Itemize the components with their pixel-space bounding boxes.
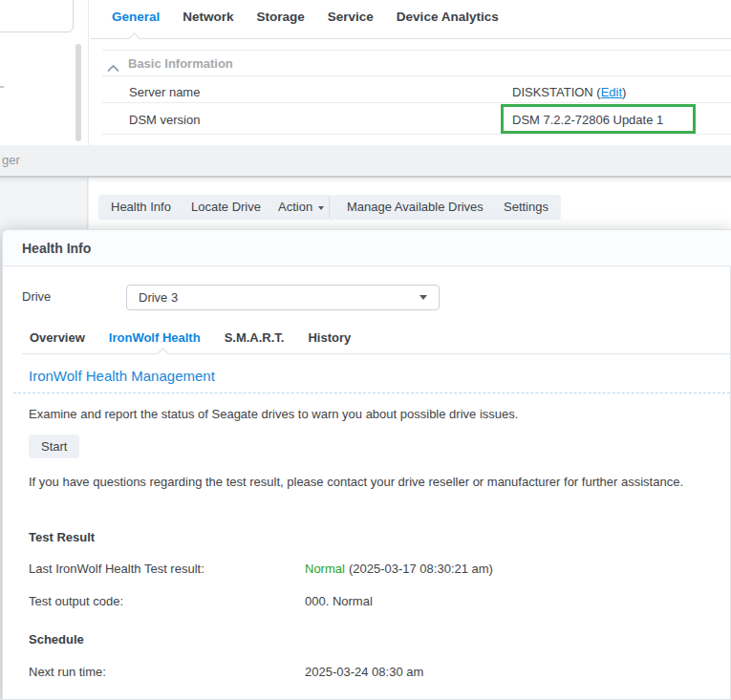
tab-storage[interactable]: Storage <box>257 10 305 24</box>
drive-label: Drive <box>22 289 51 304</box>
action-dropdown-button[interactable]: Action <box>266 195 336 220</box>
dialog-header: Health Info <box>3 230 731 266</box>
server-name-label: Server name <box>129 85 200 99</box>
note-text: If you have questions regarding the test… <box>29 472 699 494</box>
health-info-button[interactable]: Health Info <box>98 195 183 220</box>
health-info-dialog: Health Info Drive Drive 3 Overview IronW… <box>2 229 731 700</box>
dashed-divider <box>13 392 730 393</box>
next-run-value: 2025-03-24 08:30 am <box>305 665 423 679</box>
start-button[interactable]: Start <box>29 435 79 458</box>
tab-overview[interactable]: Overview <box>30 330 85 345</box>
test-result-heading: Test Result <box>29 530 95 544</box>
control-panel-fragment: General Network Storage Service Device A… <box>0 0 731 145</box>
desktop-strip: ger <box>0 145 731 176</box>
settings-button[interactable]: Settings <box>491 195 561 220</box>
last-test-label: Last IronWolf Health Test result: <box>29 562 204 576</box>
tab-device-analytics[interactable]: Device Analytics <box>397 10 499 24</box>
tab-service[interactable]: Service <box>328 10 374 24</box>
sidebar-tick <box>0 86 4 88</box>
status-normal: Normal <box>305 562 345 576</box>
tab-underline <box>91 38 731 39</box>
tab-general[interactable]: General <box>112 10 160 24</box>
server-name-text: DISKSTATION ( <box>512 85 601 99</box>
drive-select-value: Drive 3 <box>139 286 178 309</box>
drive-select[interactable]: Drive 3 <box>126 285 440 310</box>
row-divider <box>102 134 731 135</box>
dialog-title: Health Info <box>22 230 91 266</box>
caret-down-icon <box>318 206 324 210</box>
output-code-value: 000. Normal <box>305 594 373 608</box>
partial-window-title: ger <box>2 153 20 167</box>
last-test-value: Normal(2025-03-17 08:30:21 am) <box>305 562 493 576</box>
row-divider <box>102 75 731 76</box>
basic-information-heading: Basic Information <box>128 56 233 71</box>
scrollbar[interactable] <box>75 44 81 141</box>
storage-manager-sidebar <box>0 178 88 229</box>
description-text: Examine and report the status of Seagate… <box>29 407 518 421</box>
active-tab-notch <box>157 348 169 360</box>
chevron-up-icon <box>107 64 119 73</box>
locate-drive-button[interactable]: Locate Drive <box>179 195 273 220</box>
ironwolf-health-management-heading: IronWolf Health Management <box>29 368 215 384</box>
tab-network[interactable]: Network <box>183 10 233 24</box>
dialog-tab-underline <box>22 353 730 354</box>
control-panel-tabs: General Network Storage Service Device A… <box>112 10 499 24</box>
output-code-label: Test output code: <box>29 594 123 608</box>
edit-link[interactable]: Edit <box>601 85 622 99</box>
schedule-heading: Schedule <box>29 632 84 647</box>
caret-down-icon <box>419 295 427 300</box>
active-tab-notch <box>128 32 140 45</box>
tab-ironwolf-health[interactable]: IronWolf Health <box>109 330 201 345</box>
action-label: Action <box>278 200 312 214</box>
storage-manager-fragment: Health Info Locate Drive Action Manage A… <box>0 176 731 229</box>
search-input[interactable] <box>0 0 74 32</box>
window-top-shadow <box>0 178 731 183</box>
server-name-text-suffix: ) <box>622 85 626 99</box>
dialog-tabs: Overview IronWolf Health S.M.A.R.T. Hist… <box>30 330 351 345</box>
toolbar-separator <box>329 197 330 218</box>
dsm-version-value: DSM 7.2.2-72806 Update 1 <box>512 113 663 127</box>
next-run-label: Next run time: <box>29 665 106 679</box>
tab-history[interactable]: History <box>308 330 351 345</box>
collapse-section-button[interactable] <box>107 59 119 76</box>
section-divider <box>102 50 731 51</box>
manage-available-drives-button[interactable]: Manage Available Drives <box>334 195 496 220</box>
last-test-timestamp: (2025-03-17 08:30:21 am) <box>349 562 493 576</box>
tab-smart[interactable]: S.M.A.R.T. <box>225 330 285 345</box>
screen: General Network Storage Service Device A… <box>0 0 731 700</box>
server-name-value: DISKSTATION (Edit) <box>512 85 626 99</box>
sidebar-divider <box>88 0 89 145</box>
row-divider <box>102 102 731 103</box>
dsm-version-label: DSM version <box>129 113 200 127</box>
